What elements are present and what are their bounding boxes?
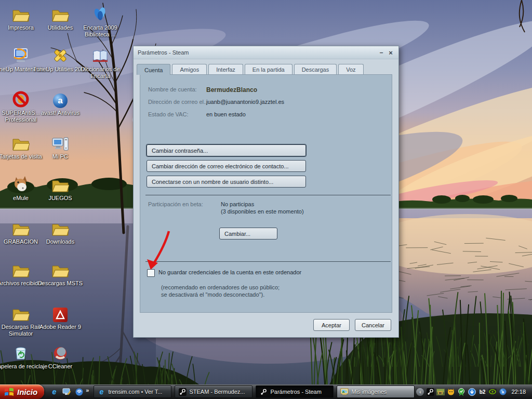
desktop-icon-descargas-msts[interactable]: Descargas MSTS (41, 260, 80, 287)
papelera-de-reciclaje-icon (1, 343, 41, 362)
account-field: Dirección de correo el..juanb@juanantoni… (148, 99, 207, 105)
desktop-icon-label: Adobe Reader 9 (32, 324, 89, 330)
juegos-icon (41, 175, 80, 193)
field-label: Estado de VAC: (148, 111, 188, 117)
media-player-icon (75, 388, 83, 396)
tab-amigos[interactable]: Amigos (172, 64, 207, 74)
taskbar-task-steam-bermudez[interactable]: STEAM - Bermudez... (175, 385, 252, 398)
quick-launch-media-player[interactable] (74, 387, 84, 396)
dialog-body: Nombre de cuenta:BermudezBlancoDirección… (140, 74, 392, 313)
divider (145, 261, 391, 262)
field-value: en buen estado (206, 111, 246, 117)
desktop: ImpresoraUtilidadesEncarta 2009 Bibliote… (0, 0, 532, 399)
desktop-icon-label: Mi PC (32, 153, 89, 160)
quick-launch: e (49, 387, 84, 396)
credentials-note-line2: se desactivará el "modo desconectado"). (161, 291, 264, 298)
steam-icon (259, 388, 268, 396)
account-field: Nombre de cuenta:BermudezBlanco (148, 86, 197, 92)
account-field: Estado de VAC:en buen estado (148, 111, 188, 117)
conectarse-con-un-nombre-de-usuario-distinto-button[interactable]: Conectarse con un nombre de usuario dist… (147, 176, 306, 188)
superantispyware-icon (1, 89, 41, 108)
desktop-icon-label: avast! Antivirus (32, 110, 89, 116)
dialog-title: Parámetros - Steam (134, 49, 377, 56)
show-desktop-icon (62, 388, 71, 396)
desktop-icon-encarta-biblioteca[interactable]: Encarta 2009 Biblioteca ... (81, 4, 120, 38)
tray-emule-icon[interactable] (447, 388, 455, 396)
beta-label: Participación en beta: (148, 201, 203, 207)
svg-text:a: a (502, 390, 504, 394)
task-label: STEAM - Bermudez... (189, 389, 245, 395)
tray-collapse-icon[interactable]: ‹ (416, 388, 424, 396)
downloads-icon (41, 218, 80, 237)
taskbar-clock: 22:18 (511, 389, 526, 395)
dialog-titlebar[interactable]: Parámetros - Steam – × (134, 46, 398, 59)
descargas-msts-icon (41, 260, 80, 278)
desktop-icon-adobe-reader[interactable]: Adobe Reader 9 (41, 303, 80, 330)
net-meter-text: b2 (480, 389, 486, 395)
descargas-rail-simulator-icon (1, 303, 41, 322)
cambiar-contraseña-button[interactable]: Cambiar contraseña... (147, 144, 306, 156)
tuneup-utilities-icon (41, 46, 80, 64)
cancel-button[interactable]: Cancelar (355, 319, 391, 331)
dialog-footer: Aceptar Cancelar (134, 313, 398, 337)
desktop-icon-juegos[interactable]: JUEGOS (41, 175, 80, 202)
desktop-icon-label: Diccionarios de Encarta (72, 66, 129, 79)
desktop-icon-downloads[interactable]: Downloads (41, 218, 80, 245)
tray-download-manager-icon[interactable] (468, 388, 476, 396)
start-button[interactable]: Inicio (0, 384, 44, 399)
tray-security-badge-icon[interactable] (457, 388, 466, 396)
diccionarios-encarta-icon (81, 46, 120, 64)
tab-interfaz[interactable]: Interfaz (208, 64, 243, 74)
desktop-icon-label: Descargas MSTS (32, 280, 89, 287)
desktop-icon-label: Downloads (32, 238, 89, 245)
task-label: Parámetros - Steam (270, 389, 321, 395)
desktop-icon-label: CCleaner (32, 363, 89, 370)
tray-steam-icon[interactable] (426, 388, 434, 396)
tray-net-meter-icon[interactable]: b2 (478, 388, 486, 396)
no-save-credentials-checkbox[interactable] (147, 269, 155, 277)
no-save-credentials-label: No guardar credenciales de la cuenta en … (158, 269, 301, 275)
quick-launch-internet-explorer[interactable]: e (49, 387, 59, 396)
tarjetas-de-visita-icon (1, 133, 41, 152)
desktop-icon-mi-pc[interactable]: Mi PC (41, 133, 80, 160)
ccleaner-icon (41, 343, 80, 362)
cambiar-dirección-de-correo-electrónico-de-contacto-button[interactable]: Cambiar dirección de correo electrónico … (147, 160, 306, 172)
mi-pc-icon (41, 133, 80, 152)
quick-launch-show-desktop[interactable] (62, 387, 71, 396)
tab-descargas[interactable]: Descargas (294, 64, 337, 74)
accept-button[interactable]: Aceptar (313, 319, 350, 331)
utilidades-icon (41, 4, 80, 23)
archivos-recibidos-icon (1, 260, 41, 278)
desktop-icon-label: JUEGOS (32, 195, 89, 202)
taskbar-task-parámetros-steam[interactable]: Parámetros - Steam (256, 385, 334, 398)
tray-nvidia-icon[interactable] (488, 388, 497, 396)
dialog-tabstrip: CuentaAmigosInterfazEn la partidaDescarg… (134, 59, 398, 74)
internet-explorer-icon: e (97, 388, 105, 396)
grabacion-icon (1, 218, 41, 237)
adobe-reader-icon (41, 303, 80, 322)
desktop-icon-diccionarios-encarta[interactable]: Diccionarios de Encarta (81, 46, 120, 79)
desktop-icon-avast-antivirus[interactable]: aavast! Antivirus (41, 89, 80, 116)
taskbar-task-trensim-com-ver-t[interactable]: etrensim.com • Ver T... (94, 385, 171, 398)
tray-photo-viewer-icon[interactable] (436, 388, 445, 396)
tray-avast-icon[interactable]: a (499, 388, 507, 396)
tab-en-la-partida[interactable]: En la partida (245, 64, 292, 74)
beta-availability: (3 disponibles en este momento) (221, 208, 304, 215)
desktop-icon-ccleaner[interactable]: CCleaner (41, 343, 80, 370)
beta-status: No participas (221, 201, 254, 207)
close-icon[interactable]: × (386, 49, 395, 57)
beta-change-button[interactable]: Cambiar... (219, 228, 277, 240)
windows-logo-icon (4, 387, 15, 396)
desktop-icon-superantispyware[interactable]: SUPERAntiS... Professional (1, 89, 41, 123)
minimize-icon[interactable]: – (377, 49, 386, 56)
credentials-note-line1: (recomendado en ordenadores de uso públi… (161, 284, 280, 290)
tab-cuenta[interactable]: Cuenta (137, 64, 170, 75)
internet-explorer-icon: e (50, 388, 58, 396)
image-viewer-icon (340, 388, 349, 396)
taskbar-task-mis-imágenes[interactable]: Mis imágenes (337, 385, 415, 398)
quick-launch-overflow-chevron[interactable]: » (86, 387, 89, 393)
desktop-icon-descargas-rail-simulator[interactable]: Descargas Rail Simulator (1, 303, 41, 337)
field-label: Dirección de correo el.. (148, 99, 207, 105)
task-label: Mis imágenes (351, 389, 387, 395)
tab-voz[interactable]: Voz (338, 64, 363, 74)
